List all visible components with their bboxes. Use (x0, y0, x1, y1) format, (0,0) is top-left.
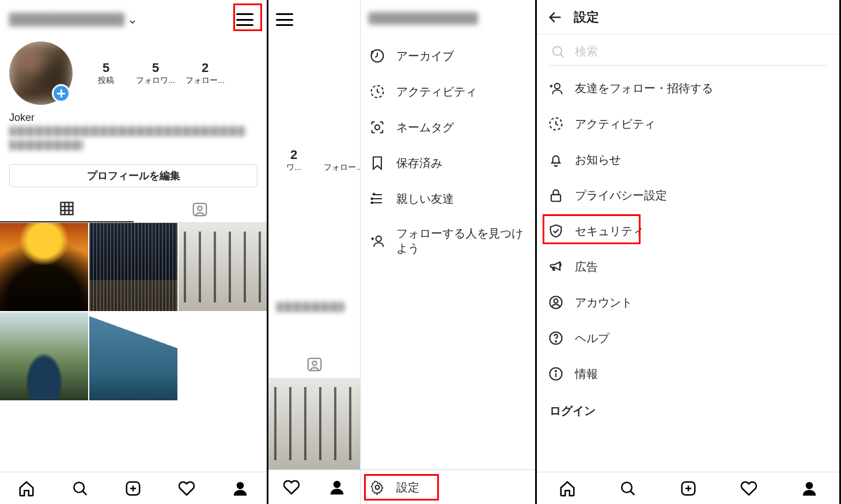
search-icon (71, 480, 89, 497)
search-input[interactable]: 検索 (547, 41, 829, 66)
home-icon (18, 480, 35, 497)
heart-icon (740, 480, 757, 497)
tagged-icon (306, 355, 323, 373)
nav-home[interactable] (17, 479, 36, 498)
post-thumbnail[interactable] (0, 223, 88, 311)
gear-icon (369, 479, 386, 496)
svg-rect-32 (551, 195, 560, 202)
nav-activity[interactable] (282, 478, 301, 497)
add-story-icon[interactable] (52, 84, 70, 103)
svg-point-7 (74, 482, 84, 492)
post-thumbnail[interactable] (0, 312, 88, 400)
profile-header (0, 0, 267, 35)
settings-item-help[interactable]: ヘルプ (537, 320, 839, 356)
svg-point-40 (622, 482, 632, 492)
close-friends-icon (369, 190, 386, 207)
menu-item-archive[interactable]: アーカイブ (361, 38, 535, 74)
menu-item-close-friends[interactable]: 親しい友達 (361, 181, 535, 217)
svg-point-24 (376, 485, 380, 489)
megaphone-icon (547, 258, 565, 275)
nav-create[interactable] (679, 479, 698, 498)
nametag-icon (369, 119, 386, 136)
nav-search[interactable] (71, 479, 89, 498)
settings-list: 友達をフォロー・招待する アクティビティ お知らせ プライバシー設定 セキュリテ… (537, 68, 839, 425)
nav-activity[interactable] (177, 479, 196, 498)
profile-backdrop: 2 ワ... フォロー... (268, 0, 361, 504)
svg-point-14 (312, 361, 317, 366)
svg-rect-0 (60, 202, 73, 214)
settings-item-activity[interactable]: アクティビティ (537, 106, 839, 142)
svg-point-39 (555, 370, 556, 372)
activity-icon (547, 115, 565, 132)
stat-posts[interactable]: 5 投稿 (83, 60, 129, 86)
settings-item-ads[interactable]: 広告 (537, 249, 839, 285)
tab-tagged[interactable] (134, 195, 267, 222)
bottom-nav (0, 472, 267, 504)
menu-item-nametag[interactable]: ネームタグ (361, 109, 535, 145)
back-button[interactable] (547, 9, 563, 25)
panel-settings: 設定 検索 友達をフォロー・招待する アクティビティ お知らせ (537, 0, 841, 504)
profile-tabs-partial (268, 350, 360, 378)
avatar[interactable] (9, 41, 73, 105)
home-icon (559, 480, 576, 497)
svg-line-41 (630, 491, 634, 495)
menu-list: アーカイブ アクティビティ ネームタグ 保存済み (361, 35, 535, 469)
svg-point-6 (198, 206, 203, 211)
settings-item-privacy[interactable]: プライバシー設定 (537, 177, 839, 213)
settings-item-notifications[interactable]: お知らせ (537, 142, 839, 177)
settings-item-about[interactable]: 情報 (537, 356, 839, 392)
username-selector[interactable] (9, 13, 137, 26)
shield-icon (547, 222, 565, 240)
tagged-icon (191, 200, 209, 218)
nav-profile[interactable] (231, 479, 249, 498)
bottom-nav-partial (268, 469, 360, 504)
menu-button[interactable] (232, 7, 257, 32)
stat-following[interactable]: 2 フォロー... (182, 60, 228, 86)
settings-item-invite[interactable]: 友達をフォロー・招待する (537, 70, 839, 106)
login-section-header: ログイン (537, 392, 839, 425)
panel-profile: 5 投稿 5 フォロワ... 2 フォロー... Joker プロフィールを編集 (0, 0, 268, 504)
profile-bio: Joker (0, 109, 267, 161)
post-thumbnail[interactable] (179, 223, 267, 311)
svg-point-15 (334, 480, 341, 488)
post-thumbnail[interactable] (89, 312, 177, 400)
help-icon (547, 329, 565, 347)
post-thumbnail[interactable] (89, 223, 177, 311)
edit-profile-button[interactable]: プロフィールを編集 (9, 164, 257, 187)
search-icon (619, 480, 637, 497)
nav-profile[interactable] (800, 479, 819, 498)
svg-line-27 (560, 54, 564, 58)
menu-item-saved[interactable]: 保存済み (361, 145, 535, 181)
plus-square-icon (680, 480, 697, 497)
menu-item-discover[interactable]: フォローする人を見つけよう (361, 217, 535, 265)
nav-home[interactable] (558, 479, 577, 498)
post-thumbnail[interactable] (268, 378, 360, 469)
nav-activity[interactable] (740, 479, 758, 498)
svg-rect-5 (194, 203, 207, 215)
lock-icon (547, 187, 565, 204)
heart-icon (178, 480, 195, 497)
search-icon (551, 44, 566, 59)
stat-cell-partial[interactable]: フォロー... (320, 147, 361, 173)
heart-icon (283, 479, 300, 496)
settings-item-account[interactable]: アカウント (537, 285, 839, 320)
bell-icon (547, 151, 565, 168)
username-blurred (369, 12, 478, 25)
stat-cell-partial[interactable]: 2 ワ... (271, 147, 317, 173)
discover-people-icon (369, 232, 386, 249)
nav-create[interactable] (124, 479, 142, 498)
stat-followers[interactable]: 5 フォロワ... (132, 60, 179, 86)
bio-line-blurred (9, 140, 84, 150)
bottom-nav (537, 472, 839, 504)
menu-item-activity[interactable]: アクティビティ (361, 74, 535, 109)
tab-grid[interactable] (0, 195, 134, 222)
arrow-left-icon (547, 9, 563, 25)
svg-point-19 (372, 198, 373, 199)
menu-button[interactable] (272, 7, 297, 32)
settings-item-security[interactable]: セキュリティ (537, 213, 839, 249)
nav-search[interactable] (619, 479, 637, 498)
svg-point-18 (375, 125, 380, 130)
nav-profile[interactable] (328, 478, 346, 497)
menu-settings-row[interactable]: 設定 (361, 469, 535, 504)
tab-tagged[interactable] (268, 350, 360, 378)
